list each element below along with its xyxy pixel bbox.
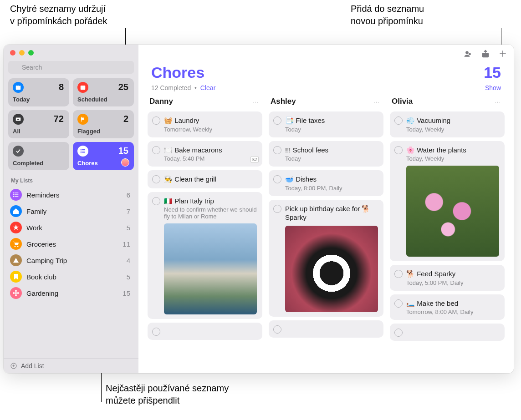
task-card[interactable]: Pick up birthday cake for 🐕 Sparky bbox=[269, 200, 383, 317]
task-checkbox[interactable] bbox=[152, 175, 160, 183]
task-card[interactable]: 🥣 DishesToday, 8:00 PM, Daily bbox=[269, 170, 383, 196]
sidebar-list-item[interactable]: Family 7 bbox=[4, 203, 138, 219]
list-name: Gardening bbox=[26, 289, 123, 297]
list-count: 4 bbox=[127, 257, 130, 264]
svg-point-6 bbox=[81, 151, 82, 152]
column-person: Olivia bbox=[392, 97, 413, 106]
task-image bbox=[406, 166, 499, 257]
svg-point-14 bbox=[13, 196, 15, 197]
collaborate-icon[interactable] bbox=[464, 49, 473, 58]
task-checkbox[interactable] bbox=[394, 299, 403, 308]
smart-label: Scheduled bbox=[77, 96, 107, 103]
task-title: 🐕 Feed Sparky bbox=[406, 269, 499, 278]
task-title: 🛏️ Make the bed bbox=[406, 299, 499, 308]
task-card-empty[interactable] bbox=[269, 320, 383, 338]
column-person: Ashley bbox=[271, 97, 296, 106]
smart-count: 25 bbox=[118, 82, 128, 92]
task-title: 💨 Vacuuming bbox=[406, 116, 499, 125]
task-checkbox[interactable] bbox=[273, 116, 281, 125]
add-icon[interactable] bbox=[498, 49, 507, 58]
task-title: 🌸 Water the plants bbox=[406, 146, 499, 155]
task-card[interactable]: 🌸 Water the plantsToday, Weekly bbox=[390, 141, 505, 262]
sidebar-list-item[interactable]: Book club 5 bbox=[4, 268, 138, 285]
smart-count: 2 bbox=[123, 114, 128, 124]
minimize-button[interactable] bbox=[19, 50, 25, 56]
clear-button[interactable]: Clear bbox=[200, 84, 215, 91]
task-subtitle: Tomorrow, 8:00 AM, Daily bbox=[406, 309, 499, 315]
plus-circle-icon bbox=[10, 362, 17, 369]
list-name: Family bbox=[26, 207, 127, 215]
flag-icon bbox=[77, 114, 88, 125]
add-list-label: Add List bbox=[21, 362, 44, 369]
search-input[interactable] bbox=[8, 61, 134, 74]
share-icon[interactable] bbox=[481, 49, 490, 58]
list-name: Groceries bbox=[26, 240, 123, 248]
my-lists: Reminders 6 Family 7 Work 5 Groceries 11… bbox=[4, 187, 138, 358]
smart-card-flagged[interactable]: 2 Flagged bbox=[73, 110, 134, 138]
svg-point-16 bbox=[15, 246, 16, 247]
smart-count: 15 bbox=[118, 146, 128, 156]
task-card[interactable]: !!! School feesToday bbox=[269, 141, 383, 167]
sidebar-list-item[interactable]: Gardening 15 bbox=[4, 285, 138, 301]
subheader: 12 Completed • Clear Show bbox=[138, 84, 514, 96]
list-name: Camping Trip bbox=[26, 257, 127, 264]
task-checkbox[interactable] bbox=[394, 116, 403, 125]
smart-card-today[interactable]: 8 Today bbox=[8, 78, 69, 106]
sidebar-list-item[interactable]: Reminders 6 bbox=[4, 187, 138, 203]
close-button[interactable] bbox=[10, 50, 15, 56]
list-name: Reminders bbox=[26, 191, 127, 199]
task-card-empty[interactable] bbox=[148, 323, 262, 340]
task-checkbox[interactable] bbox=[152, 197, 160, 205]
column-more-button[interactable]: ··· bbox=[372, 98, 382, 105]
task-card[interactable]: 🇮🇹 Plan Italy tripNeed to confirm whethe… bbox=[148, 192, 262, 319]
task-card[interactable]: 📑 File taxesToday bbox=[269, 111, 383, 137]
smart-label: All bbox=[13, 128, 20, 135]
calendar-today-icon bbox=[13, 82, 24, 93]
column-more-button[interactable]: ··· bbox=[250, 98, 260, 105]
task-checkbox[interactable] bbox=[273, 146, 281, 154]
smart-card-scheduled[interactable]: 25 Scheduled bbox=[73, 78, 134, 106]
task-card-empty[interactable] bbox=[390, 324, 505, 341]
sidebar-list-item[interactable]: Work 5 bbox=[4, 219, 138, 236]
smart-card-completed[interactable]: Completed bbox=[8, 142, 69, 170]
svg-point-12 bbox=[13, 194, 15, 196]
task-card[interactable]: 👨‍🍳 Clean the grill bbox=[148, 170, 262, 188]
task-checkbox[interactable] bbox=[273, 325, 281, 334]
task-subtitle: Need to confirm whether we should fly to… bbox=[164, 206, 257, 220]
task-subtitle: Today, 5:40 PM bbox=[164, 155, 257, 162]
list-name: Book club bbox=[26, 273, 127, 281]
svg-rect-11 bbox=[15, 192, 18, 193]
columns: Danny··· 🧺 LaundryTomorrow, Weekly 🍽️ Ba… bbox=[138, 96, 514, 373]
smart-card-all[interactable]: 72 All bbox=[8, 110, 69, 138]
svg-point-10 bbox=[13, 192, 15, 194]
task-checkbox[interactable] bbox=[394, 146, 403, 154]
task-checkbox[interactable] bbox=[152, 146, 160, 154]
smart-card-chores[interactable]: 15 Chores bbox=[73, 142, 134, 170]
task-card[interactable]: 🍽️ Bake macaronsToday, 5:40 PM52 bbox=[148, 141, 262, 167]
list-header: Chores 15 bbox=[138, 63, 514, 84]
task-card[interactable]: 💨 VacuumingToday, Weekly bbox=[390, 111, 505, 137]
svg-rect-26 bbox=[482, 53, 488, 57]
toolbar bbox=[138, 45, 514, 63]
add-list-button[interactable]: Add List bbox=[4, 358, 138, 373]
task-card[interactable]: 🧺 LaundryTomorrow, Weekly bbox=[148, 111, 262, 137]
callout-smart-lists: Chytré seznamy udržují v připomínkách po… bbox=[10, 3, 107, 27]
task-checkbox[interactable] bbox=[273, 205, 281, 213]
task-checkbox[interactable] bbox=[394, 329, 403, 337]
task-checkbox[interactable] bbox=[152, 328, 160, 336]
maximize-button[interactable] bbox=[28, 50, 34, 56]
sidebar-list-item[interactable]: Camping Trip 4 bbox=[4, 252, 138, 268]
task-subtitle: Today bbox=[285, 126, 378, 133]
task-checkbox[interactable] bbox=[273, 175, 281, 183]
show-button[interactable]: Show bbox=[485, 84, 501, 91]
sidebar-list-item[interactable]: Groceries 11 bbox=[4, 236, 138, 252]
column-more-button[interactable]: ··· bbox=[493, 98, 503, 105]
svg-point-4 bbox=[81, 149, 82, 150]
task-card[interactable]: 🐕 Feed SparkyToday, 5:00 PM, Daily bbox=[390, 265, 505, 291]
task-card[interactable]: 🛏️ Make the bedTomorrow, 8:00 AM, Daily bbox=[390, 294, 505, 320]
task-checkbox[interactable] bbox=[394, 270, 403, 278]
list-count: 15 bbox=[484, 64, 501, 81]
task-checkbox[interactable] bbox=[152, 116, 160, 125]
svg-point-25 bbox=[469, 53, 471, 55]
svg-point-18 bbox=[15, 292, 17, 294]
